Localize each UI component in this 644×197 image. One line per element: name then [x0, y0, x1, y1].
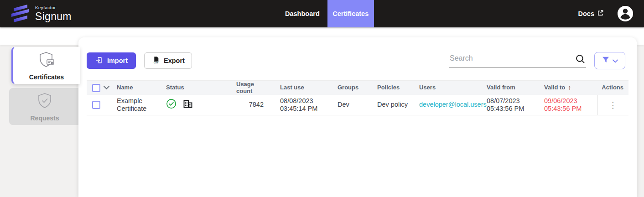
search-field: [449, 52, 586, 69]
cell-usage-count: 7842: [236, 101, 264, 109]
sort-ascending-icon[interactable]: ↑: [568, 84, 571, 91]
search-input[interactable]: [449, 52, 586, 67]
person-icon: [618, 6, 633, 21]
user-link[interactable]: developer@local.users: [419, 101, 487, 108]
brand-company: Keyfactor: [35, 5, 72, 10]
docs-label: Docs: [578, 10, 594, 17]
column-header-name[interactable]: Name: [117, 84, 166, 91]
svg-text:CSV: CSV: [154, 61, 159, 64]
tab-certificates[interactable]: Certificates: [327, 0, 374, 27]
sidebar-item-label: Certificates: [29, 73, 64, 81]
filter-button[interactable]: [594, 52, 625, 69]
user-avatar[interactable]: [618, 6, 633, 21]
cell-valid-from: 08/07/2023 05:43:56 PM: [487, 97, 544, 113]
cell-users: developer@local.users: [419, 101, 487, 109]
import-button[interactable]: Import: [87, 52, 136, 69]
import-label: Import: [107, 57, 128, 64]
column-header-valid-to[interactable]: Valid to ↑: [544, 84, 597, 91]
top-navbar: Keyfactor Signum Dashboard Certificates …: [0, 0, 644, 27]
brand: Keyfactor Signum: [10, 0, 72, 27]
sidebar-item-label: Requests: [30, 114, 59, 122]
select-all-checkbox[interactable]: [92, 84, 100, 92]
cell-groups: Dev: [338, 101, 377, 109]
column-header-status[interactable]: Status: [166, 84, 236, 91]
certificates-panel: Import CSV Export: [78, 37, 637, 197]
tab-dashboard[interactable]: Dashboard: [277, 0, 327, 27]
valid-status-check-icon: [166, 98, 177, 111]
cell-status: [166, 98, 236, 111]
column-header-policies[interactable]: Policies: [377, 84, 419, 91]
export-button[interactable]: CSV Export: [144, 52, 192, 69]
shield-check-icon: [36, 92, 54, 112]
column-header-valid-from[interactable]: Valid from: [487, 84, 544, 91]
nav-tabs: Dashboard Certificates: [277, 0, 374, 27]
docs-link[interactable]: Docs: [578, 0, 604, 27]
select-menu-chevron-icon[interactable]: [104, 84, 109, 91]
row-actions-kebab-icon[interactable]: ⋮: [609, 101, 618, 109]
keyfactor-logo-icon: [10, 3, 30, 25]
certificates-table: Name Status Usage count Last use Groups …: [87, 80, 628, 115]
external-link-icon: [597, 10, 604, 18]
organization-building-icon: [182, 98, 193, 111]
cell-last-use: 08/08/2023 03:45:14 PM: [264, 97, 338, 113]
brand-product: Signum: [35, 11, 72, 22]
search-icon[interactable]: [575, 54, 585, 66]
cell-policies: Dev policy: [377, 101, 419, 109]
filter-funnel-icon: [602, 57, 609, 65]
sidebar-item-certificates[interactable]: Certificates: [11, 47, 80, 84]
table-header-row: Name Status Usage count Last use Groups …: [87, 80, 628, 95]
sidebar-item-requests[interactable]: Requests: [9, 88, 80, 125]
export-label: Export: [164, 57, 185, 64]
import-icon: [95, 56, 103, 66]
column-header-users[interactable]: Users: [419, 84, 487, 91]
shield-certificate-icon: [37, 51, 56, 71]
row-checkbox[interactable]: [92, 101, 100, 109]
column-header-groups[interactable]: Groups: [338, 84, 377, 91]
export-csv-icon: CSV: [151, 56, 160, 66]
column-header-last-use[interactable]: Last use: [264, 84, 338, 91]
chevron-down-icon: [613, 57, 618, 65]
table-row[interactable]: Example Certificate: [87, 95, 628, 115]
column-header-actions: Actions: [597, 84, 628, 91]
cell-actions: ⋮: [597, 95, 628, 115]
cell-valid-to: 09/06/2023 05:43:56 PM: [544, 97, 597, 113]
column-header-usage-count[interactable]: Usage count: [236, 81, 264, 95]
cell-name: Example Certificate: [117, 97, 166, 113]
